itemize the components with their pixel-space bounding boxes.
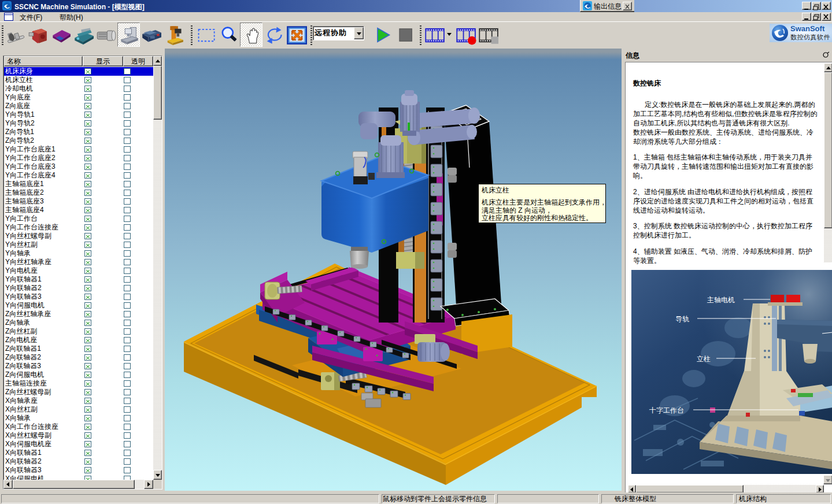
svg-text:立柱: 立柱 <box>697 355 711 363</box>
svg-text:主轴电机: 主轴电机 <box>707 296 735 304</box>
svg-text:立柱应具有较好的刚性和热稳定性。: 立柱应具有较好的刚性和热稳定性。 <box>482 214 593 222</box>
svg-text:机床立柱主要是对主轴箱起到支承作用，: 机床立柱主要是对主轴箱起到支承作用， <box>481 198 607 206</box>
svg-text:十字工作台: 十字工作台 <box>649 406 684 414</box>
svg-text:导轨: 导轨 <box>675 315 689 323</box>
svg-text:机床立柱: 机床立柱 <box>481 186 509 194</box>
svg-text:满足主轴的 Z 向运动，: 满足主轴的 Z 向运动， <box>482 206 552 214</box>
